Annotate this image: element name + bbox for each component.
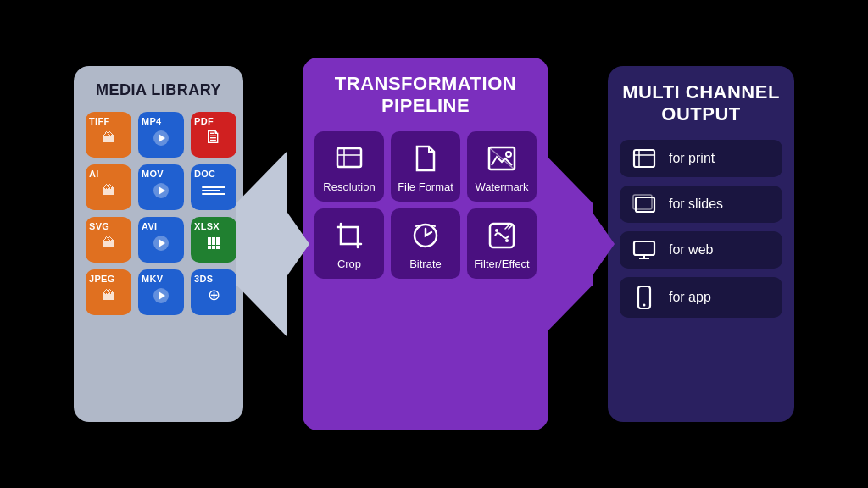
mp4-play-btn xyxy=(153,130,169,146)
file-icon-jpeg: JPEG 🏔 xyxy=(86,269,131,315)
pipe-cell-crop: Crop xyxy=(314,208,384,279)
pipe-label-crop: Crop xyxy=(337,258,361,270)
pipeline-grid: Resolution File Format Watermark xyxy=(314,131,537,279)
svg-point-10 xyxy=(505,239,509,242)
file-ext-3ds: 3DS xyxy=(194,274,213,284)
slides-icon xyxy=(632,194,657,214)
file-icon-pdf: PDF 🗎 xyxy=(191,112,236,158)
output-label-app: for app xyxy=(669,290,711,305)
svg-img-icon: 🏔 xyxy=(102,236,115,251)
bitrate-icon xyxy=(410,220,441,251)
file-icon-mp4: MP4 xyxy=(138,112,184,158)
file-grid: TIFF 🏔 MP4 PDF 🗎 AI 🏔 MOV xyxy=(86,112,231,315)
file-ext-avi: AVI xyxy=(142,221,157,231)
file-ext-pdf: PDF xyxy=(194,116,214,126)
output-item-slides: for slides xyxy=(620,186,782,223)
main-container: MEDIA LIBRARY TIFF 🏔 MP4 PDF 🗎 AI 🏔 xyxy=(0,0,868,488)
pipeline-panel: TRANSFORMATION PIPELINE Resolution File … xyxy=(303,58,548,430)
output-items: for print for slides xyxy=(620,140,782,318)
pdf-symbol: 🗎 xyxy=(204,126,223,148)
tiff-img-icon: 🏔 xyxy=(102,130,115,146)
file-ext-tiff: TIFF xyxy=(89,116,109,126)
file-icon-ai: AI 🏔 xyxy=(86,164,131,210)
pipe-cell-resolution: Resolution xyxy=(314,131,384,202)
pipe-cell-bitrate: Bitrate xyxy=(391,208,460,279)
svg-point-9 xyxy=(495,229,498,232)
file-icon-mov: MOV xyxy=(138,164,184,210)
pipe-cell-filter: Filter/Effect xyxy=(467,208,537,279)
file-ext-doc: DOC xyxy=(194,169,215,179)
crop-icon xyxy=(334,220,364,251)
print-icon xyxy=(632,148,657,169)
svg-point-20 xyxy=(643,303,646,306)
file-ext-ai: AI xyxy=(89,169,99,179)
mov-play-btn xyxy=(153,183,169,198)
pipe-cell-watermark: Watermark xyxy=(467,131,537,202)
output-item-app: for app xyxy=(620,277,782,318)
media-library-panel: MEDIA LIBRARY TIFF 🏔 MP4 PDF 🗎 AI 🏔 xyxy=(74,66,243,422)
web-monitor-icon xyxy=(632,240,657,260)
xlsx-grid xyxy=(208,237,220,249)
output-panel: MULTI CHANNEL OUTPUT for print xyxy=(608,66,794,422)
jpeg-img-icon: 🏔 xyxy=(102,288,115,303)
pipe-label-fileformat: File Format xyxy=(398,180,453,193)
fileformat-icon xyxy=(410,143,441,174)
ai-img-icon: 🏔 xyxy=(102,183,115,198)
file-icon-3ds: 3DS ⊕ xyxy=(191,269,236,315)
file-ext-jpeg: JPEG xyxy=(89,274,115,284)
output-item-web: for web xyxy=(620,231,782,269)
file-ext-svg: SVG xyxy=(89,221,109,231)
filter-icon xyxy=(487,220,517,251)
svg-rect-11 xyxy=(634,150,654,167)
file-ext-mp4: MP4 xyxy=(142,116,162,126)
pipe-label-filter: Filter/Effect xyxy=(474,258,530,270)
pipe-label-resolution: Resolution xyxy=(323,180,375,193)
threed-icon: ⊕ xyxy=(208,286,220,304)
doc-lines xyxy=(202,186,225,195)
avi-play-btn xyxy=(153,236,169,251)
svg-line-5 xyxy=(489,147,515,169)
left-arrow-shape xyxy=(236,151,287,337)
svg-point-4 xyxy=(506,152,511,157)
mkv-play-btn xyxy=(153,288,169,303)
output-label-print: for print xyxy=(669,151,715,166)
watermark-icon xyxy=(487,143,517,174)
right-connector xyxy=(542,151,615,337)
pipe-label-bitrate: Bitrate xyxy=(409,258,442,270)
file-ext-mov: MOV xyxy=(142,169,164,179)
resolution-icon xyxy=(334,143,364,174)
left-arrow-head xyxy=(286,210,309,278)
file-icon-doc: DOC xyxy=(191,164,236,210)
output-title: MULTI CHANNEL OUTPUT xyxy=(620,81,782,126)
right-arrow-head xyxy=(591,210,615,278)
pipeline-title: TRANSFORMATION PIPELINE xyxy=(314,73,537,118)
output-item-print: for print xyxy=(620,140,782,177)
pipe-label-watermark: Watermark xyxy=(475,180,528,193)
pipe-cell-fileformat: File Format xyxy=(391,131,460,202)
svg-rect-0 xyxy=(337,148,361,167)
file-icon-svg: SVG 🏔 xyxy=(86,217,131,263)
left-connector xyxy=(236,151,309,337)
output-label-web: for web xyxy=(669,242,713,258)
app-phone-icon xyxy=(632,286,657,309)
file-icon-avi: AVI xyxy=(138,217,184,263)
file-ext-mkv: MKV xyxy=(142,274,163,284)
svg-rect-16 xyxy=(634,241,654,255)
file-icon-tiff: TIFF 🏔 xyxy=(86,112,131,158)
file-icon-xlsx: XLSX xyxy=(191,217,236,263)
media-library-title: MEDIA LIBRARY xyxy=(96,81,221,100)
right-arrow-shape xyxy=(542,151,593,337)
file-ext-xlsx: XLSX xyxy=(194,221,220,231)
file-icon-mkv: MKV xyxy=(138,269,184,315)
svg-rect-6 xyxy=(341,227,358,244)
output-label-slides: for slides xyxy=(669,197,723,212)
